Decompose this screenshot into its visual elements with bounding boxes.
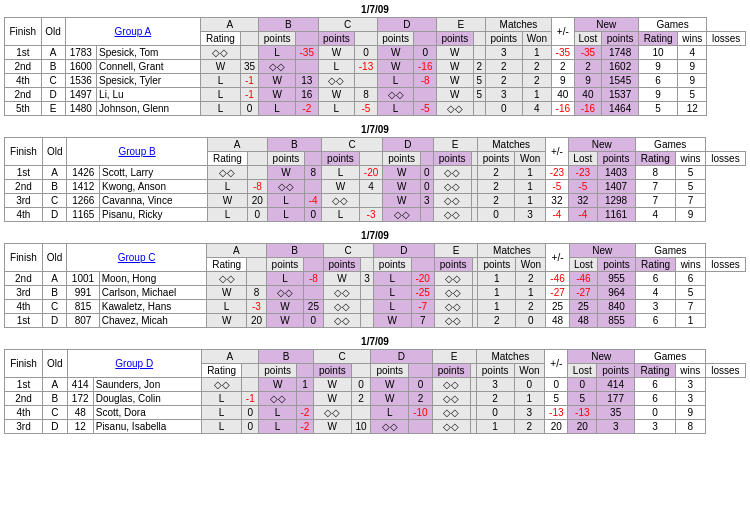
col-header-new: New — [569, 138, 635, 152]
table-row: 2ndD1497Li, LuL-1W16W8◇◇W5314040153795 — [5, 88, 746, 102]
col-header-old: Old — [42, 244, 67, 272]
col-subheader-c-wp — [359, 152, 382, 166]
table-row: 3rdD12Pisanu, IsabellaL0L-2W10◇◇◇◇122020… — [5, 420, 746, 434]
col-header-new-rating: Rating — [635, 364, 676, 378]
table-row: 1stA1426Scott, Larry◇◇W8L-20W0◇◇21-23-23… — [5, 166, 746, 180]
col-subheader-b-pts: points — [322, 152, 360, 166]
col-header-new-points: points — [602, 32, 639, 46]
group-table-1: FinishOldGroup BABCDEMatches+/-NewGamesR… — [4, 137, 746, 222]
col-header-finish: Finish — [5, 138, 43, 166]
col-header-wins: wins — [675, 364, 705, 378]
table-row: 2ndA1001Moon, Hong◇◇L-8W3L-20◇◇12-46-469… — [5, 272, 746, 286]
col-subheader-d-pts: points — [433, 152, 471, 166]
col-header-matches: Matches — [485, 18, 551, 32]
col-header-c: C — [318, 18, 377, 32]
group-section-2: 1/7/09FinishOldGroup CABCDEMatches+/-New… — [4, 230, 746, 328]
table-row: 5thE1480Johnson, GlennL0L-2L-5L-5◇◇04-16… — [5, 102, 746, 116]
col-header-lost: Lost — [574, 32, 602, 46]
player-name: Li, Lu — [97, 88, 201, 102]
col-subheader-d-pts: points — [432, 364, 470, 378]
col-header-plusminus: +/- — [545, 350, 568, 378]
col-header-e: E — [433, 138, 477, 152]
col-header-losses: losses — [705, 152, 745, 166]
group-section-3: 1/7/09FinishOldGroup DABCDEMatches+/-New… — [4, 336, 746, 434]
col-header-wins: wins — [678, 32, 707, 46]
col-header-games: Games — [635, 244, 705, 258]
col-subheader-a-pts: points — [266, 258, 304, 272]
player-name: Scott, Dora — [93, 406, 201, 420]
col-subheader-e-pts: points — [477, 152, 515, 166]
player-name: Douglas, Colin — [93, 392, 201, 406]
player-name: Scott, Larry — [100, 166, 208, 180]
col-subheader-a-wp — [242, 364, 259, 378]
col-header-rating: Rating — [201, 32, 240, 46]
col-subheader-d-pts: points — [436, 32, 473, 46]
group-date-title: 1/7/09 — [4, 124, 746, 135]
col-subheader-d-wp — [409, 364, 432, 378]
table-row: 3rdC1266Cavanna, VinceW20L-4◇◇W3◇◇213232… — [5, 194, 746, 208]
col-header-plusminus: +/- — [545, 138, 568, 166]
col-header-group-name: Group B — [67, 138, 207, 166]
col-header-matches: Matches — [477, 138, 545, 152]
col-header-finish: Finish — [5, 18, 42, 46]
col-header-group-name: Group C — [67, 244, 207, 272]
col-header-won: Won — [514, 364, 544, 378]
player-name: Cavanna, Vince — [100, 194, 208, 208]
player-name: Carlson, Michael — [99, 286, 206, 300]
player-name: Chavez, Micah — [99, 314, 206, 328]
col-header-d: D — [383, 138, 434, 152]
col-subheader-c-wp — [351, 364, 370, 378]
col-subheader-e-pts: points — [485, 32, 522, 46]
col-header-group-name: Group D — [67, 350, 201, 378]
col-header-e: E — [432, 350, 476, 364]
col-header-c: C — [313, 350, 370, 364]
col-header-lost: Lost — [569, 152, 598, 166]
col-header-rating: Rating — [201, 364, 242, 378]
col-header-d: D — [377, 18, 436, 32]
col-subheader-b-pts: points — [318, 32, 355, 46]
col-header-lost: Lost — [568, 364, 597, 378]
group-section-1: 1/7/09FinishOldGroup BABCDEMatches+/-New… — [4, 124, 746, 222]
col-header-b: B — [259, 350, 314, 364]
col-subheader-c-wp — [361, 258, 374, 272]
col-subheader-b-wp — [297, 364, 314, 378]
col-header-won: Won — [522, 32, 551, 46]
col-header-a: A — [206, 244, 266, 258]
col-header-new: New — [569, 244, 635, 258]
table-row: 2ndB172Douglas, ColinL-1◇◇W2W2◇◇21551776… — [5, 392, 746, 406]
col-header-losses: losses — [706, 258, 746, 272]
col-header-won: Won — [515, 152, 545, 166]
col-header-d: D — [371, 350, 432, 364]
col-header-b: B — [267, 138, 322, 152]
col-header-losses: losses — [707, 32, 746, 46]
col-header-wins: wins — [676, 258, 706, 272]
group-date-title: 1/7/09 — [4, 230, 746, 241]
col-subheader-d-wp — [411, 258, 434, 272]
col-subheader-a-wp — [248, 152, 267, 166]
col-header-old: Old — [43, 350, 68, 378]
col-header-new-rating: Rating — [635, 258, 675, 272]
col-header-new-points: points — [597, 364, 635, 378]
col-header-group-name: Group A — [65, 18, 201, 46]
col-header-matches: Matches — [478, 244, 546, 258]
col-header-a: A — [201, 18, 259, 32]
player-name: Kwong, Anson — [100, 180, 208, 194]
col-header-rating: Rating — [207, 152, 248, 166]
col-header-matches: Matches — [476, 350, 545, 364]
col-subheader-e-pts: points — [476, 364, 514, 378]
table-row: 1stD807Chavez, MicahW20W0◇◇W7◇◇204848855… — [5, 314, 746, 328]
col-header-won: Won — [516, 258, 546, 272]
col-subheader-c-pts: points — [383, 152, 421, 166]
player-name: Moon, Hong — [99, 272, 206, 286]
player-name: Johnson, Glenn — [97, 102, 201, 116]
col-subheader-b-wp — [295, 32, 318, 46]
col-header-finish: Finish — [5, 244, 43, 272]
player-name: Kawaletz, Hans — [99, 300, 206, 314]
col-header-old: Old — [41, 18, 65, 46]
player-name: Spesick, Tyler — [97, 74, 201, 88]
col-subheader-a-wp — [240, 32, 259, 46]
group-table-0: FinishOldGroup AABCDEMatches+/-NewGamesR… — [4, 17, 746, 116]
col-subheader-e-wp — [473, 32, 485, 46]
table-row: 4thC815Kawaletz, HansL-3W25◇◇L-7◇◇122525… — [5, 300, 746, 314]
player-name: Pisanu, Isabella — [93, 420, 201, 434]
